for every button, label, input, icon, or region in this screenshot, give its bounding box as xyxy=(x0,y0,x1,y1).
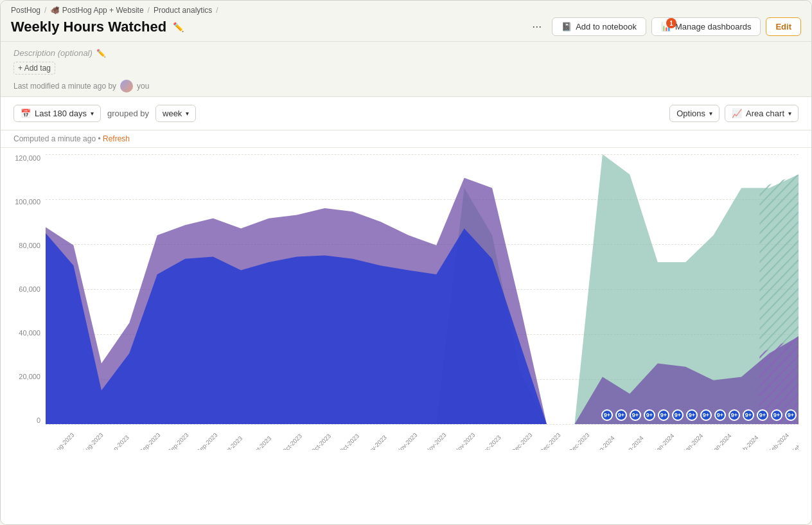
breadcrumb-posthog[interactable]: PostHog xyxy=(11,6,40,15)
chart-wrapper: 120,000 100,000 80,000 60,000 40,000 20,… xyxy=(7,154,799,450)
avatar xyxy=(120,80,133,93)
chevron-down-icon-2: ▾ xyxy=(186,110,189,117)
controls-right: Options ▾ 📈 Area chart ▾ xyxy=(669,105,799,122)
edit-title-button[interactable]: ✏️ xyxy=(172,21,185,33)
breadcrumb: PostHog / 🐗 PostHog App + Website / Prod… xyxy=(11,6,801,15)
more-options-button[interactable]: ··· xyxy=(527,17,547,36)
dashboard-icon: 📊 1 xyxy=(661,22,671,31)
chevron-down-icon-4: ▾ xyxy=(788,110,791,117)
chart-controls: 📅 Last 180 days ▾ grouped by week ▾ Opti… xyxy=(1,97,811,130)
controls-row: 📅 Last 180 days ▾ grouped by week ▾ Opti… xyxy=(13,105,799,122)
area-chart-svg xyxy=(46,154,799,424)
y-axis: 120,000 100,000 80,000 60,000 40,000 20,… xyxy=(7,154,46,424)
chevron-down-icon: ▾ xyxy=(91,110,94,117)
date-range-selector[interactable]: 📅 Last 180 days ▾ xyxy=(13,105,101,122)
computed-row: Computed a minute ago • Refresh xyxy=(1,130,811,148)
title-row: Weekly Hours Watched ✏️ ··· 📓 Add to not… xyxy=(11,17,801,41)
area-chart-icon: 📈 xyxy=(732,109,742,118)
calendar-icon: 📅 xyxy=(21,109,31,118)
add-tag-button[interactable]: + Add tag xyxy=(13,62,55,75)
options-button[interactable]: Options ▾ xyxy=(669,105,719,122)
x-axis: 21-Aug-2023 28-Aug-2023 4-Sep-2023 11-Se… xyxy=(46,418,799,450)
grouped-by-label: grouped by xyxy=(107,109,149,118)
controls-left: 📅 Last 180 days ▾ grouped by week ▾ xyxy=(13,105,196,122)
breadcrumb-app[interactable]: 🐗 PostHog App + Website xyxy=(50,6,143,15)
chart-type-selector[interactable]: 📈 Area chart ▾ xyxy=(725,105,799,122)
description-row: Description (optional) ✏️ xyxy=(13,48,799,58)
top-bar: PostHog / 🐗 PostHog App + Website / Prod… xyxy=(1,1,811,42)
group-by-selector[interactable]: week ▾ xyxy=(155,105,196,122)
edit-description-button[interactable]: ✏️ xyxy=(96,49,106,58)
notebook-icon: 📓 xyxy=(561,22,572,31)
manage-dashboards-button[interactable]: 📊 1 Manage dashboards xyxy=(651,17,761,36)
title-actions: ··· 📓 Add to notebook 📊 1 Manage dashboa… xyxy=(527,17,801,36)
title-left: Weekly Hours Watched ✏️ xyxy=(11,19,185,35)
page-title: Weekly Hours Watched xyxy=(11,19,166,35)
add-to-notebook-button[interactable]: 📓 Add to notebook xyxy=(552,17,646,36)
description-text: Description (optional) xyxy=(13,48,93,58)
chart-svg-container: 9+ 9+ 9+ 9+ 9+ 9+ 9+ 9+ 9+ 9+ 9+ 9+ 9+ 9… xyxy=(46,154,799,424)
chart-area: 120,000 100,000 80,000 60,000 40,000 20,… xyxy=(1,148,811,524)
modified-row: Last modified a minute ago by you xyxy=(13,80,799,93)
breadcrumb-analytics[interactable]: Product analytics xyxy=(154,6,212,15)
meta-section: Description (optional) ✏️ + Add tag Last… xyxy=(1,42,811,97)
app-window: PostHog / 🐗 PostHog App + Website / Prod… xyxy=(0,0,812,525)
chevron-down-icon-3: ▾ xyxy=(709,110,712,117)
edit-button[interactable]: Edit xyxy=(766,17,801,36)
refresh-link[interactable]: Refresh xyxy=(103,134,130,143)
notification-badge: 1 xyxy=(666,18,676,28)
